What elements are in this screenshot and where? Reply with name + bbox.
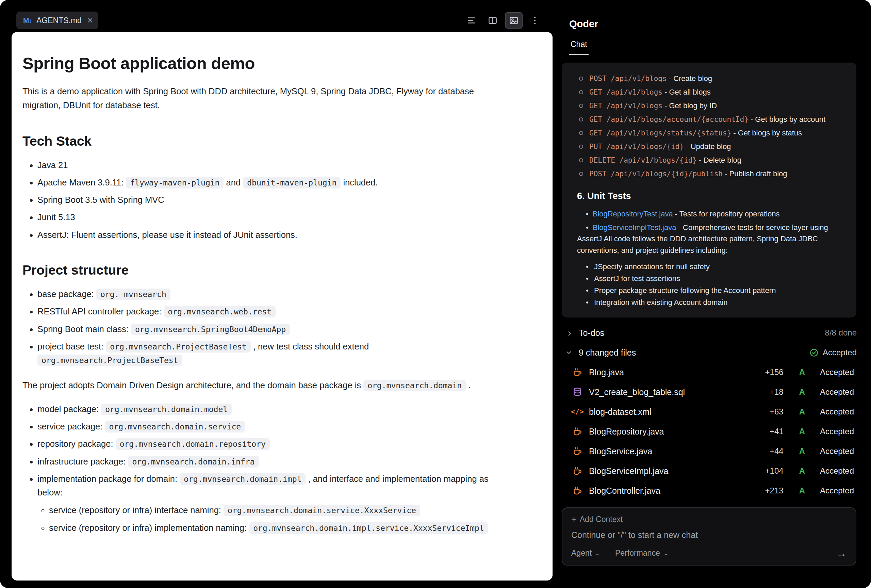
markdown-sublist-item: service (repository or infra) interface …: [49, 503, 505, 517]
changed-files-label: 9 changed files: [579, 348, 636, 358]
file-status: Accepted: [820, 446, 857, 456]
todos-section[interactable]: › To-dos 8/8 done: [563, 323, 859, 343]
file-status: Accepted: [820, 466, 857, 476]
changed-file-row[interactable]: BlogServiceImpl.java+104AAccepted: [562, 461, 862, 481]
inline-code: org.mvnsearch.domain.service: [105, 421, 245, 432]
chat-input[interactable]: Continue or "/" to start a new chat: [571, 530, 847, 540]
markdown-heading: Spring Boot application demo: [22, 54, 505, 73]
inline-code: org.mvnsearch.domain: [364, 380, 466, 391]
added-lines-count: +44: [756, 446, 784, 456]
file-link[interactable]: BlogServiceImplTest.java: [593, 223, 676, 232]
markdown-list-item: Spring Boot 3.5 with Spring MVC: [37, 193, 505, 206]
add-context-label: Add Context: [580, 515, 623, 524]
bullet-icon: •: [586, 209, 589, 218]
api-endpoint-item: GET /api/v1/blogs/status/{status} - Get …: [577, 126, 845, 140]
guidelines-list: JSpecify annotations for null safetyAsse…: [577, 261, 845, 308]
java-icon: [572, 446, 583, 457]
more-icon[interactable]: [526, 12, 544, 28]
close-icon[interactable]: ×: [87, 16, 93, 25]
inline-code: org.mvnsearch.ProjectBaseTest: [106, 341, 251, 353]
file-name: BlogServiceImpl.java: [589, 466, 668, 476]
markdown-list-item: model package: org.mvnsearch.domain.mode…: [37, 402, 505, 416]
file-status: Accepted: [820, 486, 857, 495]
unit-test-item: •BlogServiceImplTest.java - Comprehensiv…: [577, 222, 845, 256]
markdown-list-item: repository package: org.mvnsearch.domain…: [37, 437, 505, 450]
markdown-paragraph: This is a demo application with Spring B…: [22, 84, 505, 113]
file-name: BlogController.java: [589, 486, 660, 496]
mode-select[interactable]: Performance ⌄: [615, 549, 669, 558]
xml-icon: </>: [572, 406, 583, 417]
markdown-list: model package: org.mvnsearch.domain.mode…: [22, 402, 505, 534]
markdown-sublist-item: service (repository or infra) implementa…: [49, 521, 505, 534]
java-icon: [572, 465, 583, 476]
markdown-list-item: infrastructure package: org.mvnsearch.do…: [37, 455, 505, 468]
changed-file-row[interactable]: BlogService.java+44AAccepted: [562, 441, 862, 461]
split-editor-icon[interactable]: [484, 12, 501, 28]
accepted-badge: A: [799, 407, 805, 416]
markdown-icon: M↓: [23, 16, 32, 24]
added-lines-count: +104: [756, 466, 784, 476]
inline-code: org.mvnsearch.domain.infra: [128, 456, 259, 468]
guideline-item: Proper package structure following the A…: [577, 284, 845, 296]
accepted-badge: A: [799, 427, 805, 436]
inline-code: org.mvnsearch.web.rest: [164, 306, 275, 317]
file-name: Blog.java: [589, 368, 624, 377]
add-context-button[interactable]: + Add Context: [571, 515, 847, 524]
markdown-list-item: Spring Boot main class: org.mvnsearch.Sp…: [37, 322, 505, 336]
assistant-pane: Qoder Chat POST /api/v1/blogs - Create b…: [562, 0, 862, 588]
markdown-list-item: RESTful API controller package: org.mvns…: [37, 305, 505, 318]
markdown-heading: Project structure: [22, 263, 505, 278]
added-lines-count: +18: [756, 387, 784, 397]
guideline-item: AssertJ for test assertions: [577, 272, 845, 284]
markdown-list: base package: org. mvnsearchRESTful API …: [22, 287, 505, 367]
send-button[interactable]: →: [836, 548, 847, 559]
file-name: BlogService.java: [589, 446, 652, 456]
file-status: Accepted: [820, 407, 857, 416]
changed-file-row[interactable]: V2_create_blog_table.sql+18AAccepted: [562, 382, 862, 402]
changed-file-row[interactable]: Blog.java+156AAccepted: [562, 362, 862, 382]
chevron-right-icon: ›: [566, 328, 573, 338]
unit-tests-heading: 6. Unit Tests: [577, 191, 845, 202]
changed-file-row[interactable]: BlogController.java+213AAccepted: [562, 481, 862, 501]
markdown-list-item: Junit 5.13: [37, 210, 505, 224]
file-link[interactable]: BlogRepositoryTest.java: [593, 209, 673, 218]
inline-code: org.mvnsearch.ProjectBaseTest: [37, 355, 183, 366]
accepted-badge: A: [799, 368, 805, 377]
java-icon: [572, 426, 583, 437]
markdown-list-item: service package: org.mvnsearch.domain.se…: [37, 420, 505, 433]
http-method-path: GET /api/v1/blogs: [589, 88, 663, 96]
guideline-item: Integration with existing Account domain: [577, 296, 845, 308]
tab-agents-md[interactable]: M↓ AGENTS.md ×: [16, 12, 98, 29]
agent-select[interactable]: Agent ⌄: [571, 549, 600, 558]
bullet-icon: •: [586, 223, 589, 232]
http-method-path: GET /api/v1/blogs/status/{status}: [589, 129, 731, 137]
markdown-list-item: Apache Maven 3.9.11: flyway-maven-plugin…: [37, 176, 505, 189]
api-endpoint-list: POST /api/v1/blogs - Create blogGET /api…: [577, 72, 845, 181]
http-method-path: GET /api/v1/blogs/account/{accountId}: [589, 115, 748, 124]
added-lines-count: +41: [756, 427, 784, 436]
inline-code: org.mvnsearch.domain.service.XxxxService: [223, 505, 420, 516]
java-icon: [572, 485, 583, 496]
http-method-path: DELETE /api/v1/blogs/{id}: [589, 156, 697, 165]
changed-file-row[interactable]: BlogRepository.java+41AAccepted: [562, 422, 862, 441]
app-window: M↓ AGENTS.md × Spring Boot appl: [0, 0, 871, 588]
changed-files-section[interactable]: › 9 changed files Accepted: [563, 343, 859, 362]
added-lines-count: +63: [756, 407, 784, 416]
sql-icon: [572, 386, 583, 398]
tab-chat[interactable]: Chat: [569, 40, 589, 55]
api-endpoint-item: GET /api/v1/blogs - Get blog by ID: [577, 99, 845, 113]
api-endpoint-item: GET /api/v1/blogs - Get all blogs: [577, 85, 845, 99]
outline-icon[interactable]: [463, 12, 480, 28]
inline-code: org.mvnsearch.SpringBoot4DemoApp: [131, 323, 290, 335]
todos-label: To-dos: [579, 328, 604, 338]
accepted-badge: A: [799, 486, 805, 495]
changed-files-status: Accepted: [823, 348, 857, 357]
preview-icon[interactable]: [505, 12, 522, 28]
unit-tests-list: •BlogRepositoryTest.java - Tests for rep…: [577, 208, 845, 256]
changed-file-row[interactable]: </>blog-dataset.xml+63AAccepted: [562, 402, 862, 422]
api-endpoint-item: DELETE /api/v1/blogs/{id} - Delete blog: [577, 154, 845, 167]
http-method-path: GET /api/v1/blogs: [589, 102, 663, 110]
markdown-paragraph: The project adopts Domain Driven Design …: [22, 379, 505, 392]
agent-select-label: Agent: [571, 549, 592, 558]
mode-select-label: Performance: [615, 549, 660, 558]
